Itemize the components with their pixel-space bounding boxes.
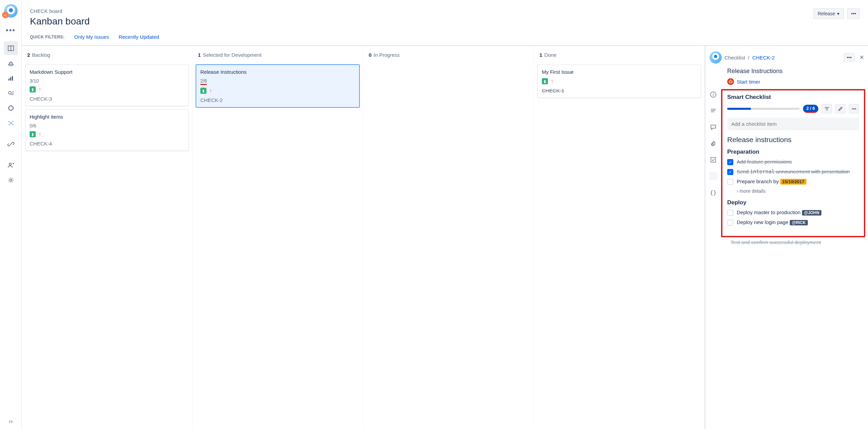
settings-icon[interactable] xyxy=(4,173,18,187)
issue-key-link[interactable]: CHECK-2 xyxy=(752,55,775,61)
svg-rect-29 xyxy=(711,157,716,162)
board-icon[interactable] xyxy=(4,41,18,55)
page-title: Kanban board xyxy=(30,16,90,27)
checklist-item-cutoff: Test and confirm successful deployment xyxy=(721,239,867,245)
board-header: CHECK board Kanban board Release ▾ ••• xyxy=(22,0,868,31)
detail-breadcrumb: Checklist / CHECK-2 xyxy=(724,55,841,61)
code-icon[interactable]: {} xyxy=(709,188,717,196)
smart-checklist-highlight: Smart Checklist 2 / 6 ••• Release instru xyxy=(721,89,865,237)
board-more-button[interactable]: ••• xyxy=(847,8,860,19)
checklist-item[interactable]: ✓ Send internal announcement with presen… xyxy=(727,169,859,175)
user-tag: @JOHN xyxy=(802,210,821,216)
story-icon: ▮ xyxy=(30,131,36,137)
network-icon[interactable] xyxy=(4,116,18,130)
quick-filters-label: QUICK FILTERS: xyxy=(30,35,65,39)
logo-badge: ‹› xyxy=(2,12,9,18)
issue-key: CHECK-1 xyxy=(542,88,697,93)
attachment-icon[interactable] xyxy=(709,139,717,148)
card-check-3[interactable]: Markdown Support 3/10 ▮ ↑ CHECK-3 xyxy=(25,65,189,106)
filter-icon[interactable] xyxy=(822,104,832,114)
checkbox-checked-icon[interactable]: ✓ xyxy=(727,169,733,175)
issue-key: CHECK-3 xyxy=(30,96,184,102)
filter-only-my-issues[interactable]: Only My Issues xyxy=(74,34,109,40)
user-tag: @RICK xyxy=(790,220,808,225)
priority-up-icon: ↑ xyxy=(551,78,553,84)
svg-point-5 xyxy=(9,91,11,94)
checklist-section-deploy: Deploy xyxy=(727,199,859,206)
start-timer-link[interactable]: Start timer xyxy=(737,79,760,85)
date-tag: 15/10/2017 xyxy=(780,179,806,185)
checkbox-unchecked-icon[interactable] xyxy=(727,210,733,216)
comment-icon[interactable] xyxy=(709,123,717,131)
checkbox-unchecked-icon[interactable] xyxy=(727,220,733,226)
smart-checklist-title: Smart Checklist xyxy=(727,94,859,101)
chevron-down-icon: ▾ xyxy=(837,11,839,16)
svg-line-6 xyxy=(11,94,12,95)
more-details-link[interactable]: › more details xyxy=(737,188,859,194)
issue-key: CHECK-4 xyxy=(30,141,184,147)
add-user-icon[interactable] xyxy=(4,158,18,172)
svg-line-15 xyxy=(9,122,11,123)
filter-recently-updated[interactable]: Recently Updated xyxy=(119,34,159,40)
checklist-item[interactable]: Deploy new login page @RICK xyxy=(727,219,859,226)
checkbox-unchecked-icon[interactable] xyxy=(727,179,733,185)
checklist-progress-badge: 2 / 6 xyxy=(803,105,818,113)
checklist-item[interactable]: ✓ Add feature permissions xyxy=(727,159,859,165)
checklist-item[interactable]: Deploy master to production @JOHN xyxy=(727,209,859,216)
checklist-tab-icon[interactable] xyxy=(709,156,717,164)
ship-icon[interactable] xyxy=(4,56,18,70)
active-tab-placeholder[interactable] xyxy=(709,172,717,180)
checklist-item[interactable]: Prepare branch by 15/10/2017 xyxy=(727,178,859,185)
priority-up-icon: ↑ xyxy=(38,131,41,137)
svg-point-22 xyxy=(10,179,12,181)
column-backlog: 2Backlog Markdown Support 3/10 ▮ ↑ CHECK… xyxy=(22,46,193,429)
app-logo[interactable]: ‹› xyxy=(4,4,18,18)
text-icon[interactable] xyxy=(709,107,717,115)
checklist-heading: Release instructions xyxy=(727,136,859,144)
main-content: CHECK board Kanban board Release ▾ ••• Q… xyxy=(22,0,868,429)
checklist-more-icon[interactable]: ••• xyxy=(849,104,859,114)
add-checklist-input[interactable] xyxy=(727,118,859,130)
issue-title: Release Instructions xyxy=(710,68,867,75)
svg-rect-4 xyxy=(12,76,13,81)
apps-menu-icon[interactable]: ••• xyxy=(6,26,16,35)
timer-icon: ⏻ xyxy=(727,78,734,85)
detail-more-button[interactable]: ••• xyxy=(844,53,855,62)
info-icon[interactable] xyxy=(709,90,717,99)
reports-icon[interactable] xyxy=(4,71,18,85)
story-icon: ▮ xyxy=(542,78,548,84)
close-panel-icon[interactable]: × xyxy=(857,53,867,62)
card-check-4[interactable]: Highlight items 0/6 ▮ ↑ CHECK-4 xyxy=(25,109,189,151)
svg-rect-3 xyxy=(10,77,11,81)
svg-rect-2 xyxy=(9,79,10,81)
search-list-icon[interactable] xyxy=(4,86,18,100)
expand-sidebar-icon[interactable]: ›› xyxy=(9,418,13,425)
svg-line-16 xyxy=(11,121,13,123)
breadcrumb[interactable]: CHECK board xyxy=(30,8,90,14)
project-avatar xyxy=(710,51,722,64)
column-done: 1Done My First Issue ▮ ↑ CHECK-1 xyxy=(534,46,705,429)
issue-key: CHECK-2 xyxy=(200,97,355,103)
addon-icon[interactable] xyxy=(4,101,18,115)
svg-point-25 xyxy=(713,93,714,93)
checkbox-checked-icon[interactable]: ✓ xyxy=(727,159,733,165)
link-icon[interactable] xyxy=(4,137,18,151)
priority-up-icon: ↑ xyxy=(209,88,212,94)
quick-filters: QUICK FILTERS: Only My Issues Recently U… xyxy=(22,31,868,46)
release-button[interactable]: Release ▾ xyxy=(813,8,844,19)
column-inprogress: 0In Progress xyxy=(363,46,534,429)
card-check-1[interactable]: My First Issue ▮ ↑ CHECK-1 xyxy=(537,65,701,98)
global-nav-rail: ‹› ••• ›› xyxy=(0,0,22,429)
svg-line-17 xyxy=(9,123,11,125)
column-selected: 1Selected for Development Release Instru… xyxy=(193,46,363,429)
svg-line-18 xyxy=(11,123,13,124)
checklist-progress-bar xyxy=(727,108,800,110)
issue-detail-panel: Checklist / CHECK-2 ••• × Release Instru… xyxy=(705,46,868,429)
card-check-2[interactable]: Release Instructions 2/6 ▮ ↑ CHECK-2 xyxy=(196,65,360,107)
svg-point-19 xyxy=(9,163,11,165)
checklist-section-preparation: Preparation xyxy=(727,149,859,155)
kanban-board: 2Backlog Markdown Support 3/10 ▮ ↑ CHECK… xyxy=(22,46,705,429)
edit-icon[interactable] xyxy=(835,104,846,114)
story-icon: ▮ xyxy=(30,86,36,92)
story-icon: ▮ xyxy=(200,88,206,94)
